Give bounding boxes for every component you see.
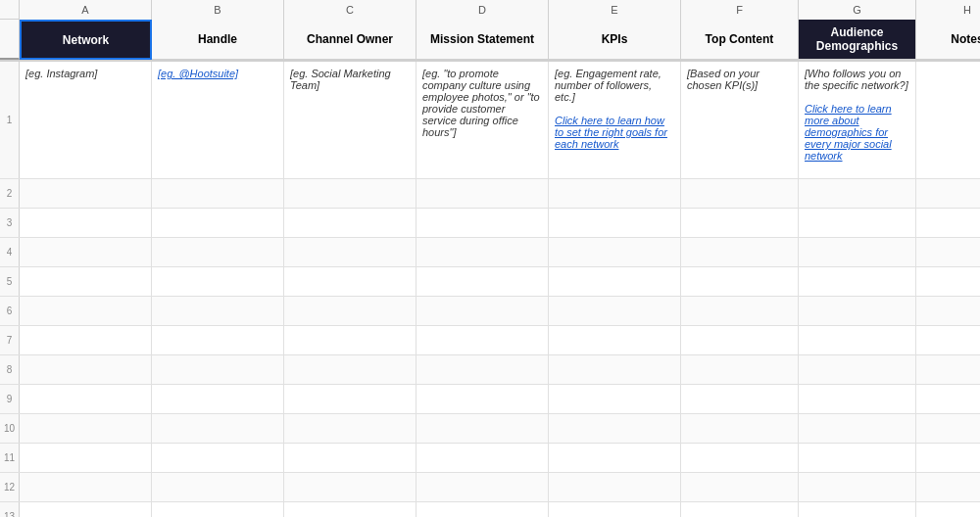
cell-b7[interactable] (152, 326, 284, 355)
cell-a3[interactable] (20, 209, 152, 238)
cell-g11[interactable] (799, 444, 916, 473)
cell-a9[interactable] (20, 385, 152, 414)
cell-d3[interactable] (416, 209, 549, 238)
cell-g13[interactable] (799, 502, 916, 517)
header-notes[interactable]: Notes (916, 20, 980, 60)
cell-f12[interactable] (681, 473, 799, 502)
cell-g4[interactable] (799, 238, 916, 267)
cell-b4[interactable] (152, 238, 284, 267)
cell-d13[interactable] (416, 502, 549, 517)
cell-a2[interactable] (20, 179, 152, 209)
cell-b11[interactable] (152, 444, 284, 473)
cell-f3[interactable] (681, 209, 799, 238)
cell-g2[interactable] (799, 179, 916, 209)
cell-g5[interactable] (799, 267, 916, 297)
cell-f1[interactable]: [Based on your chosen KPI(s)] (681, 62, 799, 178)
header-audience-demographics[interactable]: Audience Demographics (799, 20, 916, 60)
cell-c1[interactable]: [eg. Social Marketing Team] (284, 62, 416, 178)
cell-e11[interactable] (549, 444, 681, 473)
kpis-learn-link[interactable]: Click here to learn how to set the right… (555, 115, 667, 150)
cell-h6[interactable] (916, 297, 980, 326)
cell-b10[interactable] (152, 414, 284, 444)
cell-h2[interactable] (916, 179, 980, 209)
header-network[interactable]: Network (20, 20, 152, 60)
cell-a4[interactable] (20, 238, 152, 267)
cell-e7[interactable] (549, 326, 681, 355)
cell-g8[interactable] (799, 355, 916, 385)
cell-d10[interactable] (416, 414, 549, 444)
cell-e13[interactable] (549, 502, 681, 517)
cell-f4[interactable] (681, 238, 799, 267)
cell-d11[interactable] (416, 444, 549, 473)
cell-a11[interactable] (20, 444, 152, 473)
cell-e5[interactable] (549, 267, 681, 297)
header-mission-statement[interactable]: Mission Statement (416, 20, 549, 60)
cell-h8[interactable] (916, 355, 980, 385)
cell-d9[interactable] (416, 385, 549, 414)
cell-g1[interactable]: [Who follows you on the specific network… (799, 62, 916, 178)
cell-f6[interactable] (681, 297, 799, 326)
header-handle[interactable]: Handle (152, 20, 284, 60)
cell-g9[interactable] (799, 385, 916, 414)
cell-d5[interactable] (416, 267, 549, 297)
cell-h13[interactable] (916, 502, 980, 517)
cell-h10[interactable] (916, 414, 980, 444)
cell-d6[interactable] (416, 297, 549, 326)
cell-d7[interactable] (416, 326, 549, 355)
cell-a13[interactable] (20, 502, 152, 517)
cell-b1[interactable]: [eg. @Hootsuite] (152, 62, 284, 178)
cell-f7[interactable] (681, 326, 799, 355)
cell-c2[interactable] (284, 179, 416, 209)
cell-e1[interactable]: [eg. Engagement rate, number of follower… (549, 62, 681, 178)
cell-d1[interactable]: [eg. "to promote company culture using e… (416, 62, 549, 178)
cell-b5[interactable] (152, 267, 284, 297)
cell-g12[interactable] (799, 473, 916, 502)
cell-b3[interactable] (152, 209, 284, 238)
cell-e2[interactable] (549, 179, 681, 209)
cell-b12[interactable] (152, 473, 284, 502)
cell-a1[interactable]: [eg. Instagram] (20, 62, 152, 178)
cell-a7[interactable] (20, 326, 152, 355)
cell-f9[interactable] (681, 385, 799, 414)
cell-c3[interactable] (284, 209, 416, 238)
cell-h12[interactable] (916, 473, 980, 502)
cell-e10[interactable] (549, 414, 681, 444)
cell-b13[interactable] (152, 502, 284, 517)
cell-a6[interactable] (20, 297, 152, 326)
cell-h4[interactable] (916, 238, 980, 267)
cell-d12[interactable] (416, 473, 549, 502)
cell-f8[interactable] (681, 355, 799, 385)
cell-c5[interactable] (284, 267, 416, 297)
cell-f13[interactable] (681, 502, 799, 517)
cell-g7[interactable] (799, 326, 916, 355)
cell-a12[interactable] (20, 473, 152, 502)
cell-b2[interactable] (152, 179, 284, 209)
cell-g3[interactable] (799, 209, 916, 238)
cell-a8[interactable] (20, 355, 152, 385)
cell-f11[interactable] (681, 444, 799, 473)
cell-c11[interactable] (284, 444, 416, 473)
cell-d8[interactable] (416, 355, 549, 385)
cell-c12[interactable] (284, 473, 416, 502)
cell-e4[interactable] (549, 238, 681, 267)
cell-h3[interactable] (916, 209, 980, 238)
header-top-content[interactable]: Top Content (681, 20, 799, 60)
header-channel-owner[interactable]: Channel Owner (284, 20, 416, 60)
cell-b8[interactable] (152, 355, 284, 385)
cell-c8[interactable] (284, 355, 416, 385)
cell-a10[interactable] (20, 414, 152, 444)
cell-c4[interactable] (284, 238, 416, 267)
cell-b6[interactable] (152, 297, 284, 326)
cell-c6[interactable] (284, 297, 416, 326)
cell-a5[interactable] (20, 267, 152, 297)
cell-c13[interactable] (284, 502, 416, 517)
cell-h7[interactable] (916, 326, 980, 355)
cell-f10[interactable] (681, 414, 799, 444)
cell-h9[interactable] (916, 385, 980, 414)
cell-f5[interactable] (681, 267, 799, 297)
cell-g6[interactable] (799, 297, 916, 326)
cell-f2[interactable] (681, 179, 799, 209)
cell-d4[interactable] (416, 238, 549, 267)
cell-h5[interactable] (916, 267, 980, 297)
cell-e3[interactable] (549, 209, 681, 238)
